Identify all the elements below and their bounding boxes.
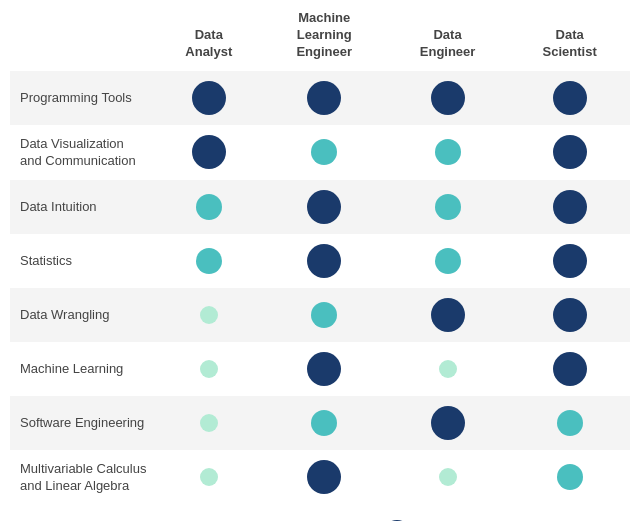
table-row: Data Visualization and Communication	[10, 125, 630, 180]
importance-dot	[200, 414, 218, 432]
dot-cell	[386, 125, 509, 180]
importance-dot	[435, 194, 461, 220]
chart-container: DataAnalyst MachineLearningEngineer Data…	[10, 10, 630, 505]
dot-cell	[386, 288, 509, 342]
importance-dot	[431, 81, 465, 115]
importance-dot	[553, 298, 587, 332]
dot-cell	[386, 234, 509, 288]
importance-dot	[431, 298, 465, 332]
dot-cell	[155, 342, 263, 396]
importance-dot	[553, 81, 587, 115]
dot-cell	[509, 342, 630, 396]
importance-table: DataAnalyst MachineLearningEngineer Data…	[10, 10, 630, 505]
importance-dot	[553, 244, 587, 278]
dot-cell	[155, 234, 263, 288]
importance-dot	[307, 81, 341, 115]
dot-cell	[386, 180, 509, 234]
importance-dot	[557, 410, 583, 436]
dot-cell	[155, 288, 263, 342]
row-label: Data Visualization and Communication	[10, 125, 155, 180]
dot-cell	[509, 180, 630, 234]
importance-dot	[439, 468, 457, 486]
row-label: Statistics	[10, 234, 155, 288]
importance-dot	[307, 244, 341, 278]
importance-dot	[307, 190, 341, 224]
importance-dot	[192, 81, 226, 115]
row-label: Programming Tools	[10, 71, 155, 125]
dot-cell	[263, 180, 386, 234]
importance-dot	[311, 410, 337, 436]
importance-dot	[311, 302, 337, 328]
importance-dot	[200, 468, 218, 486]
row-label: Data Intuition	[10, 180, 155, 234]
dot-cell	[263, 234, 386, 288]
row-label: Machine Learning	[10, 342, 155, 396]
importance-dot	[196, 248, 222, 274]
dot-cell	[155, 396, 263, 450]
importance-dot	[200, 360, 218, 378]
dot-cell	[263, 450, 386, 505]
dot-cell	[509, 450, 630, 505]
importance-dot	[553, 190, 587, 224]
dot-cell	[386, 396, 509, 450]
dot-cell	[263, 342, 386, 396]
col-header-data-analyst: DataAnalyst	[155, 10, 263, 71]
importance-dot	[435, 139, 461, 165]
table-row: Data Wrangling	[10, 288, 630, 342]
importance-dot	[307, 460, 341, 494]
dot-cell	[509, 288, 630, 342]
dot-cell	[386, 450, 509, 505]
table-row: Statistics	[10, 234, 630, 288]
col-header-data-scientist: DataScientist	[509, 10, 630, 71]
col-header-ml-engineer: MachineLearningEngineer	[263, 10, 386, 71]
col-header-data-engineer: DataEngineer	[386, 10, 509, 71]
importance-dot	[311, 139, 337, 165]
dot-cell	[509, 71, 630, 125]
importance-dot	[192, 135, 226, 169]
table-row: Data Intuition	[10, 180, 630, 234]
row-label: Software Engineering	[10, 396, 155, 450]
dot-cell	[155, 125, 263, 180]
importance-dot	[307, 352, 341, 386]
importance-dot	[553, 352, 587, 386]
dot-cell	[263, 288, 386, 342]
dot-cell	[155, 450, 263, 505]
dot-cell	[263, 125, 386, 180]
dot-cell	[263, 396, 386, 450]
dot-cell	[155, 180, 263, 234]
dot-cell	[509, 125, 630, 180]
importance-dot	[557, 464, 583, 490]
table-row: Software Engineering	[10, 396, 630, 450]
importance-dot	[431, 406, 465, 440]
importance-dot	[200, 306, 218, 324]
table-row: Multivariable Calculus and Linear Algebr…	[10, 450, 630, 505]
row-label: Data Wrangling	[10, 288, 155, 342]
dot-cell	[509, 396, 630, 450]
dot-cell	[509, 234, 630, 288]
dot-cell	[386, 342, 509, 396]
importance-dot	[435, 248, 461, 274]
importance-dot	[196, 194, 222, 220]
table-row: Machine Learning	[10, 342, 630, 396]
dot-cell	[263, 71, 386, 125]
row-label: Multivariable Calculus and Linear Algebr…	[10, 450, 155, 505]
importance-dot	[553, 135, 587, 169]
table-row: Programming Tools	[10, 71, 630, 125]
importance-dot	[439, 360, 457, 378]
row-header	[10, 10, 155, 71]
dot-cell	[155, 71, 263, 125]
dot-cell	[386, 71, 509, 125]
